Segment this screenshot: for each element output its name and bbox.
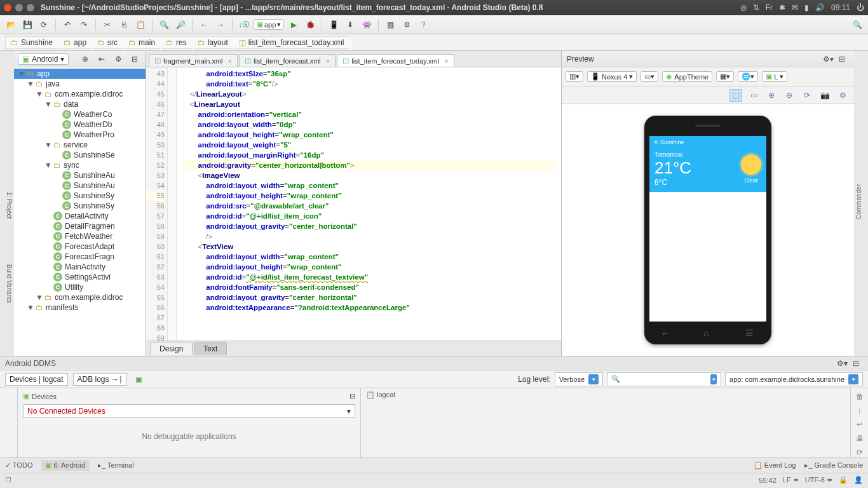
tree-node[interactable]: CSunshineAu [14,170,146,180]
undo-icon[interactable]: ↶ [60,18,74,32]
power-icon[interactable]: ⏻ [857,3,864,12]
tree-node[interactable]: ▼🗀java [14,79,146,89]
logcat-wrap-icon[interactable]: ↵ [857,420,863,429]
breadcrumb-item[interactable]: 🗀layout [192,36,233,49]
api-selector[interactable]: ▣L▾ [762,71,787,82]
zoom-in-icon[interactable]: ⊕ [765,89,778,102]
run-icon[interactable]: ▶ [287,18,301,32]
run-config-selector[interactable]: ▣app▾ [254,19,284,30]
render-config-selector[interactable]: ▥▾ [566,71,583,82]
settings-icon[interactable]: ⚙ [400,18,414,32]
tree-node[interactable]: ▼🗀service [14,140,146,150]
editor-tab[interactable]: ◫fragment_main.xml× [149,54,238,67]
code-editor[interactable]: android:textSize="36sp" android:text="8°… [177,67,561,341]
tree-node[interactable]: CDetailActivity [14,211,146,221]
back-icon[interactable]: ← [197,18,211,32]
chrome-icon[interactable]: ◎ [740,3,747,12]
preview-hide-icon[interactable]: ⊟ [835,52,849,66]
orientation-selector[interactable]: ▭▾ [641,71,658,82]
tree-node[interactable]: CWeatherCo [14,109,146,119]
logcat-trash-icon[interactable]: 🗑 [856,392,864,401]
preview-gear-icon[interactable]: ⚙▾ [821,52,835,66]
redo-icon[interactable]: ↷ [77,18,91,32]
status-toggle-icon[interactable]: ☐ [5,476,11,484]
make-icon[interactable]: ↓⦿ [237,18,251,32]
ddms-tab-adb[interactable]: ADB logs →∣ [73,373,127,386]
network-icon[interactable]: ⇅ [753,3,759,12]
hector-icon[interactable]: 👤 [854,476,863,484]
mail-icon[interactable]: ✉ [792,3,798,12]
close-tab-icon[interactable]: × [444,57,448,65]
project-collapse-icon[interactable]: ⇤ [95,52,109,66]
tree-node[interactable]: ▼🗀com.example.didroc [14,292,146,302]
sync-icon[interactable]: ⟳ [37,18,51,32]
breadcrumb-item[interactable]: 🗀main [123,36,160,49]
text-tab[interactable]: Text [194,342,227,355]
viewport-icon[interactable]: ▭ [747,89,760,102]
sdk-icon[interactable]: ⬇ [343,18,357,32]
breadcrumb-item[interactable]: 🗀Sunshine [5,36,58,49]
ddms-hide-icon[interactable]: ⊟ [849,356,863,370]
globe-selector[interactable]: 🌐▾ [738,71,758,82]
close-tab-icon[interactable]: × [228,57,232,65]
log-search-input[interactable]: 🔍▾ [607,372,721,386]
lang-indicator[interactable]: Fr [766,3,773,12]
encoding[interactable]: UTF-8 ≑ [805,476,832,484]
volume-icon[interactable]: 🔊 [815,3,825,12]
battery-icon[interactable]: ▮ [804,3,809,12]
line-ending[interactable]: LF ≑ [783,476,799,484]
terminal-tab[interactable]: ▸_ Terminal [98,461,134,470]
tree-node[interactable]: ▼🗀com.example.didroc [14,89,146,99]
event-log-tab[interactable]: 📋 Event Log [754,461,796,470]
gutter-build-variants[interactable]: Build Variants [4,261,14,307]
cut-icon[interactable]: ✂ [100,18,114,32]
tree-node[interactable]: CForecastFragn [14,252,146,262]
gutter-commander[interactable]: Commander [854,180,864,222]
replace-icon[interactable]: 🔎 [173,18,187,32]
lock-icon[interactable]: 🔒 [839,476,848,484]
tree-node[interactable]: CUtility [14,282,146,292]
tree-node[interactable]: CMainActivity [14,262,146,272]
help-icon[interactable]: ? [416,18,430,32]
screenshot-button-icon[interactable]: ▣ [132,372,146,386]
ddms-icon[interactable]: 👾 [360,18,374,32]
debug-icon[interactable]: 🐞 [303,18,317,32]
gutter-project[interactable]: 1: Project [4,188,14,222]
tree-node[interactable]: ▼🗁app [14,69,146,79]
tree-node[interactable]: ▼🗀data [14,99,146,109]
forward-icon[interactable]: → [214,18,227,32]
gradle-console-tab[interactable]: ▸_ Gradle Console [804,461,863,470]
logcat-print-icon[interactable]: 🖶 [856,434,864,443]
project-view-selector[interactable]: ▣ Android ▾ [18,53,69,65]
theme-selector[interactable]: ◉AppTheme [662,71,712,82]
device-selector[interactable]: 📱Nexus 4▾ [587,71,637,82]
fold-gutter[interactable] [168,67,177,341]
window-close-icon[interactable] [4,4,11,11]
tree-node[interactable]: CSunshineSy [14,191,146,201]
tree-node[interactable]: CWeatherPro [14,130,146,140]
find-icon[interactable]: 🔍 [157,18,171,32]
project-gear-icon[interactable]: ⚙ [111,52,125,66]
zoom-out-icon[interactable]: ⊖ [783,89,796,102]
project-settings-icon[interactable]: ⊕ [78,52,92,66]
locale-selector[interactable]: ▦▾ [716,71,734,82]
window-maximize-icon[interactable] [27,4,34,11]
tree-node[interactable]: CSettingsActivi [14,272,146,282]
tree-node[interactable]: CFetchWeather [14,231,146,241]
logcat-scroll-icon[interactable]: ↓ [858,406,862,415]
android-tab[interactable]: ▣ 6: Android [41,460,89,471]
log-filter-selector[interactable]: app: com.example.didrocks.sunshine▾ [725,372,863,386]
copy-icon[interactable]: ⎘ [117,18,131,32]
project-tree[interactable]: ▼🗁app▼🗀java▼🗀com.example.didroc▼🗀data CW… [14,67,146,356]
project-hide-icon[interactable]: ⊟ [128,52,142,66]
logcat-restart-icon[interactable]: ⟳ [857,448,863,457]
todo-tab[interactable]: ✓ TODO [5,461,32,470]
tree-node[interactable]: CSunshineSy [14,201,146,211]
editor-tab[interactable]: ◫list_item_forecast.xml× [239,54,336,67]
screenshot-icon[interactable]: 📷 [818,89,831,102]
tree-node[interactable]: CDetailFragmen [14,221,146,231]
save-icon[interactable]: 💾 [20,18,34,32]
clock[interactable]: 09:11 [831,3,850,12]
ddms-gear-icon[interactable]: ⚙▾ [835,356,849,370]
tree-node[interactable]: ▼🗀sync [14,160,146,170]
